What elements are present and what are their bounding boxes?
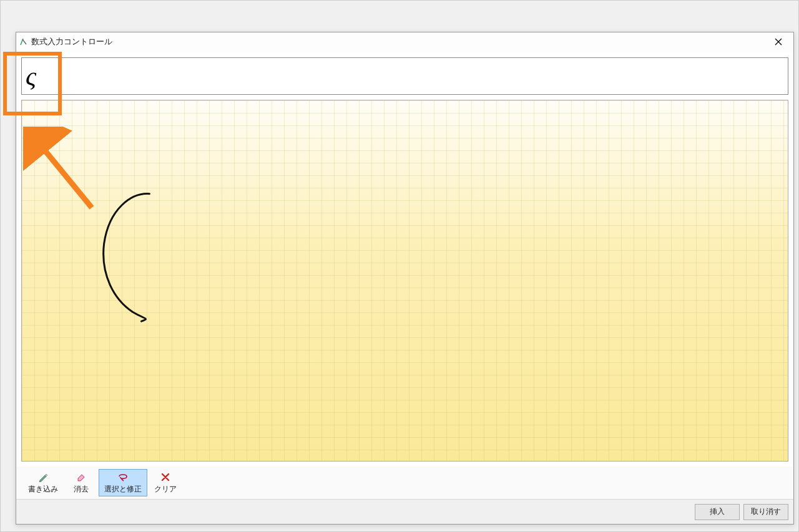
handwriting-canvas[interactable] bbox=[21, 100, 788, 462]
titlebar: 数式入力コントロール bbox=[16, 32, 793, 51]
outer-frame: 数式入力コントロール ς bbox=[0, 0, 799, 532]
clear-label: クリア bbox=[154, 484, 177, 495]
delete-icon bbox=[160, 472, 171, 483]
erase-button[interactable]: 消去 bbox=[65, 469, 97, 496]
footer: 挿入 取り消す bbox=[16, 499, 793, 524]
math-input-icon bbox=[19, 37, 29, 47]
select-correct-label: 選択と修正 bbox=[104, 484, 142, 495]
insert-label: 挿入 bbox=[710, 506, 725, 517]
cancel-button[interactable]: 取り消す bbox=[743, 504, 788, 520]
write-button[interactable]: 書き込み bbox=[22, 469, 64, 496]
insert-button[interactable]: 挿入 bbox=[695, 504, 740, 520]
recognized-character: ς bbox=[26, 61, 36, 91]
pen-icon bbox=[37, 472, 49, 483]
lasso-icon bbox=[117, 472, 129, 483]
select-correct-button[interactable]: 選択と修正 bbox=[99, 469, 147, 496]
formula-preview: ς bbox=[21, 57, 788, 95]
window-title: 数式入力コントロール bbox=[31, 36, 766, 47]
erase-label: 消去 bbox=[74, 484, 89, 495]
clear-button[interactable]: クリア bbox=[149, 469, 182, 496]
write-label: 書き込み bbox=[28, 484, 58, 495]
cancel-label: 取り消す bbox=[751, 506, 781, 517]
ink-stroke bbox=[22, 100, 788, 462]
math-input-dialog: 数式入力コントロール ς bbox=[16, 32, 794, 525]
eraser-icon bbox=[76, 472, 87, 483]
close-button[interactable] bbox=[766, 33, 791, 51]
toolbar: 書き込み 消去 選択と修正 bbox=[16, 467, 793, 499]
close-icon bbox=[775, 38, 782, 46]
